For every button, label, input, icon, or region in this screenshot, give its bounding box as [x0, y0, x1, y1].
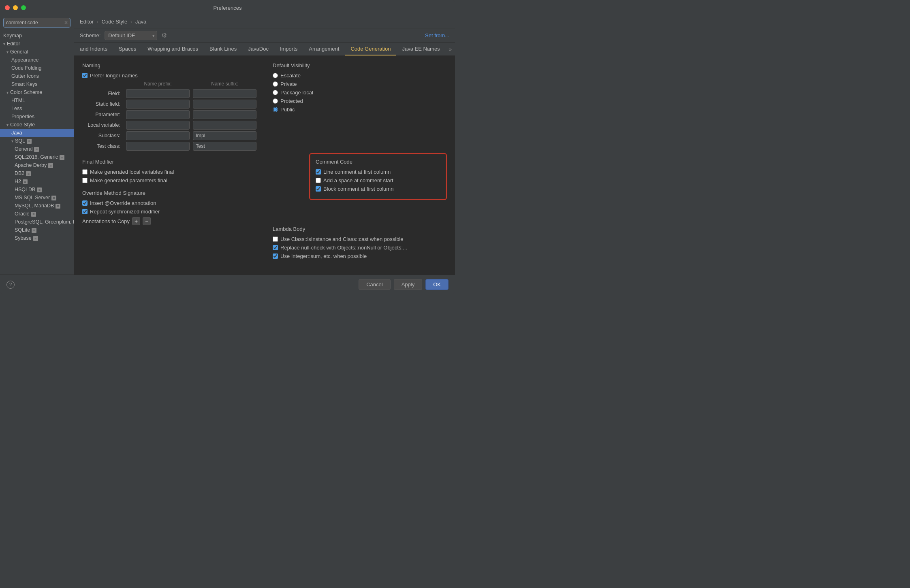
naming-section: Naming Prefer longer names Name prefix: … — [82, 62, 256, 151]
breadcrumb-code-style[interactable]: Code Style — [102, 19, 128, 25]
field-prefix-subclass[interactable] — [126, 131, 190, 140]
annotations-add-button[interactable]: + — [132, 217, 140, 225]
tab-code-generation[interactable]: Code Generation — [345, 43, 396, 55]
sidebar-item-mysql-mariadb[interactable]: MySQL, MariaDB≡ — [0, 202, 74, 210]
field-suffix-staticfield[interactable] — [193, 100, 256, 109]
sidebar-item-keymap[interactable]: Keymap — [0, 32, 74, 40]
field-suffix-subclass[interactable] — [193, 131, 256, 140]
annotations-remove-button[interactable]: − — [143, 217, 151, 225]
field-suffix-parameter[interactable] — [193, 110, 256, 119]
sidebar-item-h2[interactable]: H2≡ — [0, 177, 74, 185]
tab-imports[interactable]: Imports — [274, 43, 303, 55]
sidebar-label: Code Style — [10, 122, 35, 128]
sidebar-item-java[interactable]: Java — [0, 129, 74, 137]
search-input[interactable] — [3, 18, 70, 28]
sidebar-item-editor[interactable]: ▾Editor — [0, 40, 74, 48]
tab-spaces[interactable]: Spaces — [113, 43, 142, 55]
lambda-checkbox-0[interactable] — [273, 236, 278, 242]
sidebar-item-ms-sql-server[interactable]: MS SQL Server≡ — [0, 194, 74, 202]
sidebar-item-code-folding[interactable]: Code Folding — [0, 64, 74, 72]
override-item: Insert @Override annotation — [82, 200, 256, 206]
sidebar-item-gutter-icons[interactable]: Gutter Icons — [0, 72, 74, 80]
final-modifier-label: Make generated parameters final — [90, 177, 167, 183]
sidebar-item-general-sql[interactable]: General≡ — [0, 145, 74, 153]
minimize-button[interactable] — [13, 5, 18, 10]
tab-java-ee-names[interactable]: Java EE Names — [396, 43, 445, 55]
ok-button[interactable]: OK — [425, 279, 449, 290]
sidebar-item-color-scheme[interactable]: ▾Color Scheme — [0, 88, 74, 96]
field-suffix-field[interactable] — [193, 89, 256, 98]
lambda-checkbox-2[interactable] — [273, 254, 278, 259]
sidebar-item-properties[interactable]: Properties — [0, 113, 74, 121]
field-prefix-testclass[interactable] — [126, 142, 190, 151]
cancel-button[interactable]: Cancel — [359, 279, 390, 290]
lambda-checkbox-1[interactable] — [273, 245, 278, 250]
visibility-radio-1[interactable] — [273, 81, 278, 87]
visibility-radio-2[interactable] — [273, 90, 278, 95]
comment-code-checkbox-1[interactable] — [316, 178, 321, 183]
final-modifier-label: Make generated local variables final — [90, 169, 174, 175]
maximize-button[interactable] — [21, 5, 26, 10]
db-icon: ≡ — [60, 155, 64, 160]
sidebar-item-hsqldb[interactable]: HSQLDB≡ — [0, 185, 74, 194]
sidebar-item-smart-keys[interactable]: Smart Keys — [0, 80, 74, 88]
final-modifier-checkbox-1[interactable] — [82, 178, 88, 183]
annotations-row: Annotations to Copy + − — [82, 217, 256, 225]
sidebar-label: Less — [11, 106, 22, 111]
sidebar-item-general[interactable]: ▾General — [0, 48, 74, 56]
title-bar: Preferences — [0, 0, 455, 15]
visibility-radio-0[interactable] — [273, 73, 278, 78]
visibility-radio-4[interactable] — [273, 107, 278, 112]
set-from-link[interactable]: Set from... — [425, 32, 449, 38]
field-suffix-localvariable[interactable] — [193, 121, 256, 130]
final-modifier-checkbox-0[interactable] — [82, 169, 88, 175]
breadcrumb-editor[interactable]: Editor — [80, 19, 94, 25]
bottom-bar: ? Cancel Apply OK — [0, 275, 455, 294]
comment-code-checkbox-0[interactable] — [316, 169, 321, 175]
comment-code-checkbox-2[interactable] — [316, 186, 321, 192]
sidebar-item-code-style[interactable]: ▾Code Style — [0, 121, 74, 129]
override-checkbox-0[interactable] — [82, 200, 88, 206]
field-prefix-staticfield[interactable] — [126, 100, 190, 109]
sidebar-item-appearance[interactable]: Appearance — [0, 56, 74, 64]
clear-search-icon[interactable]: ✕ — [64, 20, 68, 26]
field-prefix-field[interactable] — [126, 89, 190, 98]
sidebar-item-postgresql[interactable]: PostgreSQL, Greenplum, Redshi...≡ — [0, 218, 74, 226]
field-prefix-parameter[interactable] — [126, 110, 190, 119]
sidebar-item-less[interactable]: Less — [0, 104, 74, 113]
field-prefix-localvariable[interactable] — [126, 121, 190, 130]
sidebar-item-sql[interactable]: ▾SQL≡ — [0, 137, 74, 145]
field-suffix-testclass[interactable] — [193, 142, 256, 151]
breadcrumb-java[interactable]: Java — [135, 19, 146, 25]
main-content: ✕ Keymap▾Editor▾GeneralAppearanceCode Fo… — [0, 15, 455, 275]
sidebar-label: SQL — [15, 138, 25, 144]
scheme-dropdown-wrapper[interactable]: Default IDE — [105, 31, 157, 40]
sidebar-item-apache-derby[interactable]: Apache Derby≡ — [0, 161, 74, 169]
sidebar-item-html[interactable]: HTML — [0, 96, 74, 104]
help-icon[interactable]: ? — [6, 281, 15, 289]
sidebar-item-oracle[interactable]: Oracle≡ — [0, 210, 74, 218]
comment-code-label: Block comment at first column — [323, 186, 393, 192]
apply-button[interactable]: Apply — [394, 279, 423, 290]
gear-icon[interactable]: ⚙ — [161, 32, 167, 39]
sidebar-item-sybase[interactable]: Sybase≡ — [0, 234, 74, 242]
sidebar-item-sql2016[interactable]: SQL:2016, Generic≡ — [0, 153, 74, 161]
search-box[interactable]: ✕ — [3, 18, 70, 28]
override-label: Insert @Override annotation — [90, 200, 156, 206]
tab-blank-lines[interactable]: Blank Lines — [204, 43, 242, 55]
scheme-dropdown[interactable]: Default IDE — [105, 31, 157, 40]
field-row-label: Subclass: — [82, 133, 123, 138]
sidebar-item-sqlite[interactable]: SQLite≡ — [0, 226, 74, 234]
window-controls[interactable] — [5, 5, 26, 10]
visibility-radio-3[interactable] — [273, 98, 278, 104]
override-checkbox-1[interactable] — [82, 209, 88, 214]
close-button[interactable] — [5, 5, 10, 10]
tab-arrangement[interactable]: Arrangement — [303, 43, 345, 55]
tab-javadoc[interactable]: JavaDoc — [242, 43, 274, 55]
prefer-longer-checkbox[interactable] — [82, 73, 88, 78]
tab-wrapping-braces[interactable]: Wrapping and Braces — [142, 43, 204, 55]
sidebar-label: SQLite — [15, 227, 30, 233]
tab-more-button[interactable]: » — [446, 43, 455, 55]
tab-and-indents[interactable]: and Indents — [74, 43, 113, 55]
sidebar-item-db2[interactable]: DB2≡ — [0, 169, 74, 177]
